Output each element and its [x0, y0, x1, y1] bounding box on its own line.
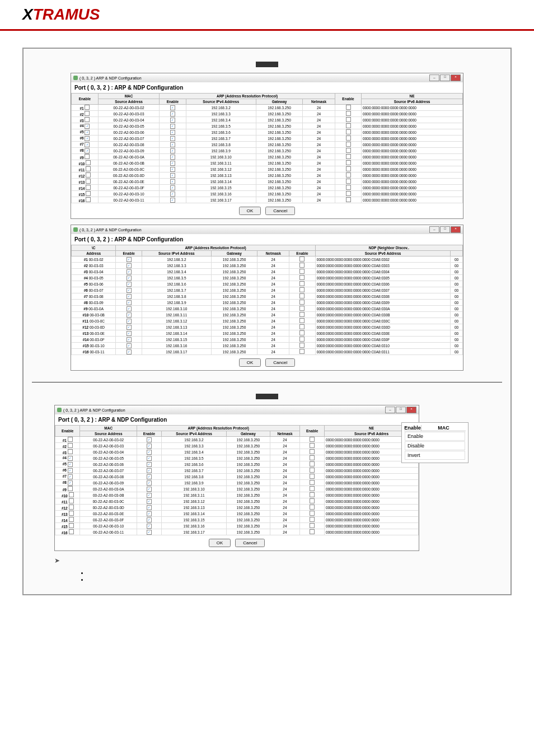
table-row[interactable]: #6 00-22-A2-00-03-07192.168.3.7192.168.3…: [72, 136, 463, 142]
max-button[interactable]: □: [440, 74, 450, 81]
checkbox[interactable]: [310, 505, 315, 510]
checkbox[interactable]: [346, 111, 351, 116]
table-row[interactable]: #14 00-03-0F192.168.3.15192.168.3.250240…: [72, 337, 463, 343]
checkbox[interactable]: [346, 185, 351, 190]
checkbox[interactable]: [147, 530, 152, 535]
checkbox[interactable]: [170, 161, 175, 166]
table-row[interactable]: #2 00-22-A2-00-03-03192.168.3.3192.168.3…: [72, 111, 463, 117]
checkbox[interactable]: [299, 349, 305, 354]
checkbox[interactable]: [85, 148, 90, 153]
table-row[interactable]: #5 00-22-A2-00-03-06192.168.3.6192.168.3…: [72, 129, 463, 136]
checkbox[interactable]: [86, 197, 91, 202]
table-row[interactable]: #7 00-22-A2-00-03-08192.168.3.8192.168.3…: [72, 142, 463, 148]
table-row[interactable]: #4 00-22-A2-00-03-05192.168.3.5192.168.3…: [72, 123, 463, 129]
table-row[interactable]: #7 00-03-08192.168.3.8192.168.3.25024000…: [72, 293, 463, 300]
table-row[interactable]: #11 00-22-A2-00-03-0C192.168.3.12192.168…: [72, 166, 463, 172]
checkbox[interactable]: [299, 337, 305, 342]
checkbox[interactable]: [85, 136, 90, 141]
checkbox[interactable]: [85, 142, 90, 147]
table-row[interactable]: #10 00-03-0B192.168.3.11192.168.3.250240…: [72, 312, 463, 318]
table-row[interactable]: #13 00-03-0E192.168.3.14192.168.3.250240…: [72, 330, 463, 337]
checkbox[interactable]: [310, 437, 315, 442]
checkbox[interactable]: [68, 474, 73, 479]
checkbox[interactable]: [346, 179, 351, 184]
close-button[interactable]: ×: [451, 226, 461, 233]
checkbox[interactable]: [147, 493, 152, 498]
table-row[interactable]: #3 00-03-04192.168.3.4192.168.3.25024000…: [72, 269, 463, 275]
close-button[interactable]: ×: [451, 74, 461, 81]
table-row[interactable]: #9 00-03-0A192.168.3.10192.168.3.2502400…: [72, 306, 463, 312]
table-row[interactable]: #6 00-22-A2-00-03-07192.168.3.7192.168.3…: [55, 468, 419, 474]
checkbox[interactable]: [170, 105, 175, 110]
checkbox[interactable]: [147, 524, 152, 529]
checkbox[interactable]: [310, 455, 315, 460]
checkbox[interactable]: [147, 474, 152, 479]
checkbox[interactable]: [170, 185, 175, 190]
checkbox[interactable]: [85, 124, 90, 129]
ctx-enable[interactable]: Enable: [405, 432, 465, 441]
checkbox[interactable]: [310, 486, 315, 491]
checkbox[interactable]: [86, 172, 91, 178]
checkbox[interactable]: [127, 306, 132, 311]
checkbox[interactable]: [86, 179, 91, 184]
max-button[interactable]: □: [396, 407, 406, 413]
table-row[interactable]: #16 00-22-A2-00-03-11192.168.3.17192.168…: [55, 529, 419, 535]
ctx-disable[interactable]: Disable: [405, 441, 465, 450]
checkbox[interactable]: [170, 130, 175, 135]
table-row[interactable]: #10 00-22-A2-00-03-0B192.168.3.11192.168…: [72, 160, 463, 166]
ctx-invert[interactable]: Invert: [405, 451, 465, 460]
checkbox[interactable]: [170, 167, 175, 172]
checkbox[interactable]: [127, 282, 132, 287]
checkbox[interactable]: [346, 191, 351, 196]
checkbox[interactable]: [69, 511, 74, 516]
ok-button[interactable]: OK: [239, 207, 261, 215]
min-button[interactable]: _: [429, 74, 439, 81]
table-row[interactable]: #10 00-22-A2-00-03-0B192.168.3.11192.168…: [55, 492, 419, 498]
checkbox[interactable]: [310, 517, 315, 522]
checkbox[interactable]: [299, 293, 305, 298]
cancel-button[interactable]: Cancel: [235, 539, 265, 547]
checkbox[interactable]: [86, 191, 91, 196]
min-button[interactable]: _: [385, 407, 395, 413]
table-row[interactable]: #1 00-03-02192.168.3.2192.168.3.25024000…: [72, 256, 463, 263]
checkbox[interactable]: [299, 275, 305, 280]
table-row[interactable]: #14 00-22-A2-00-03-0F192.168.3.15192.168…: [55, 517, 419, 523]
checkbox[interactable]: [86, 166, 91, 171]
checkbox[interactable]: [147, 456, 152, 461]
checkbox[interactable]: [310, 461, 315, 466]
checkbox[interactable]: [299, 300, 305, 305]
checkbox[interactable]: [127, 269, 132, 274]
table-row[interactable]: #12 00-03-0D192.168.3.13192.168.3.250240…: [72, 324, 463, 330]
table-row[interactable]: #15 00-22-A2-00-03-10192.168.3.16192.168…: [72, 191, 463, 197]
checkbox[interactable]: [86, 185, 91, 190]
table-row[interactable]: #3 00-22-A2-00-03-04192.168.3.4192.168.3…: [72, 117, 463, 123]
checkbox[interactable]: [68, 468, 73, 473]
checkbox[interactable]: [170, 179, 175, 184]
checkbox[interactable]: [68, 480, 73, 486]
checkbox[interactable]: [310, 523, 315, 528]
checkbox[interactable]: [127, 276, 132, 281]
checkbox[interactable]: [299, 281, 305, 286]
checkbox[interactable]: [147, 444, 152, 449]
table-row[interactable]: #13 00-22-A2-00-03-0E192.168.3.14192.168…: [55, 511, 419, 517]
checkbox[interactable]: [310, 480, 315, 485]
checkbox[interactable]: [85, 105, 90, 110]
checkbox[interactable]: [85, 154, 90, 159]
checkbox[interactable]: [147, 505, 152, 510]
table-row[interactable]: #15 00-22-A2-00-03-10192.168.3.16192.168…: [55, 523, 419, 529]
table-row[interactable]: #12 00-22-A2-00-03-0D192.168.3.13192.168…: [72, 172, 463, 179]
checkbox[interactable]: [127, 288, 132, 293]
close-button[interactable]: ×: [406, 407, 416, 413]
table-row[interactable]: #4 00-03-05192.168.3.5192.168.3.25024000…: [72, 275, 463, 281]
checkbox[interactable]: [299, 343, 305, 348]
checkbox[interactable]: [310, 449, 315, 454]
table-row[interactable]: #8 00-22-A2-00-03-09192.168.3.9192.168.3…: [55, 480, 419, 486]
checkbox[interactable]: [299, 256, 305, 262]
checkbox[interactable]: [310, 511, 315, 516]
checkbox[interactable]: [299, 263, 305, 268]
checkbox[interactable]: [346, 172, 351, 178]
checkbox[interactable]: [147, 511, 152, 516]
checkbox[interactable]: [310, 498, 315, 503]
table-row[interactable]: #14 00-22-A2-00-03-0F192.168.3.15192.168…: [72, 185, 463, 191]
checkbox[interactable]: [170, 198, 175, 203]
